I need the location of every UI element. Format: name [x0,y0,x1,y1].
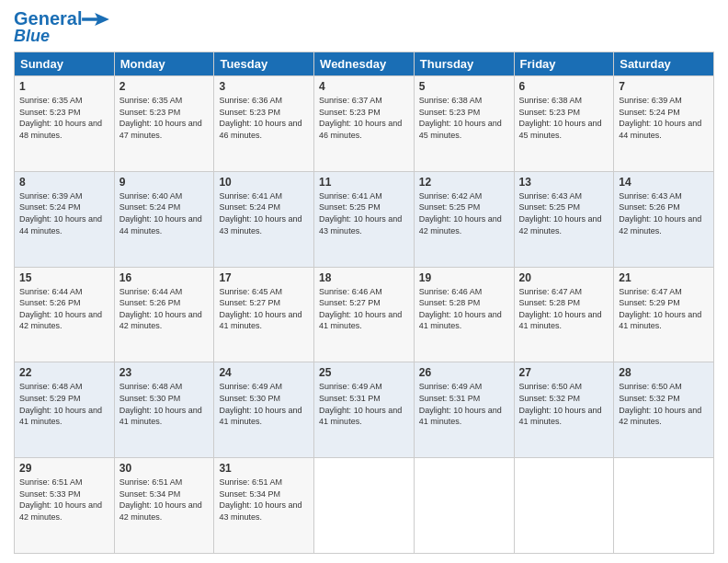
calendar-cell: 29Sunrise: 6:51 AMSunset: 5:33 PMDayligh… [15,458,115,554]
day-number: 27 [519,366,609,379]
calendar-cell: 11Sunrise: 6:41 AMSunset: 5:25 PMDayligh… [314,171,415,267]
calendar-cell: 15Sunrise: 6:44 AMSunset: 5:26 PMDayligh… [15,267,115,362]
week-row-2: 15Sunrise: 6:44 AMSunset: 5:26 PMDayligh… [15,267,714,362]
day-number: 19 [419,271,509,284]
day-info: Sunrise: 6:51 AMSunset: 5:34 PMDaylight:… [219,477,309,523]
day-number: 21 [619,271,709,284]
calendar-cell: 20Sunrise: 6:47 AMSunset: 5:28 PMDayligh… [514,267,614,362]
calendar-cell: 21Sunrise: 6:47 AMSunset: 5:29 PMDayligh… [614,267,714,362]
day-info: Sunrise: 6:42 AMSunset: 5:25 PMDaylight:… [419,190,509,236]
day-info: Sunrise: 6:43 AMSunset: 5:26 PMDaylight:… [619,190,709,236]
day-number: 13 [519,176,609,189]
day-number: 29 [19,462,109,475]
day-info: Sunrise: 6:47 AMSunset: 5:28 PMDaylight:… [519,286,609,332]
day-info: Sunrise: 6:45 AMSunset: 5:27 PMDaylight:… [219,286,309,332]
day-info: Sunrise: 6:36 AMSunset: 5:23 PMDaylight:… [219,95,309,141]
day-number: 12 [419,176,509,189]
calendar-cell: 3Sunrise: 6:36 AMSunset: 5:23 PMDaylight… [214,76,314,172]
svg-rect-1 [83,17,100,21]
day-number: 1 [19,80,109,93]
logo-blue: Blue [14,28,50,44]
logo: General Blue [14,9,109,44]
day-number: 30 [119,462,210,475]
calendar-cell [314,458,415,554]
calendar-cell: 2Sunrise: 6:35 AMSunset: 5:23 PMDaylight… [114,76,214,172]
logo-arrow-icon [82,13,109,26]
day-info: Sunrise: 6:39 AMSunset: 5:24 PMDaylight:… [619,95,709,141]
week-row-1: 8Sunrise: 6:39 AMSunset: 5:24 PMDaylight… [15,171,714,267]
day-info: Sunrise: 6:51 AMSunset: 5:33 PMDaylight:… [19,477,109,523]
week-row-4: 29Sunrise: 6:51 AMSunset: 5:33 PMDayligh… [15,458,714,554]
day-info: Sunrise: 6:46 AMSunset: 5:27 PMDaylight:… [319,286,409,332]
day-info: Sunrise: 6:48 AMSunset: 5:29 PMDaylight:… [19,381,109,427]
calendar-cell: 5Sunrise: 6:38 AMSunset: 5:23 PMDaylight… [414,76,514,172]
week-row-0: 1Sunrise: 6:35 AMSunset: 5:23 PMDaylight… [15,76,714,172]
day-number: 26 [419,366,509,379]
day-info: Sunrise: 6:43 AMSunset: 5:25 PMDaylight:… [519,190,609,236]
calendar-cell: 9Sunrise: 6:40 AMSunset: 5:24 PMDaylight… [114,171,214,267]
day-info: Sunrise: 6:51 AMSunset: 5:34 PMDaylight:… [119,477,210,523]
day-number: 15 [19,271,109,284]
calendar-cell [414,458,514,554]
weekday-saturday: Saturday [614,52,714,76]
day-info: Sunrise: 6:41 AMSunset: 5:25 PMDaylight:… [319,190,409,236]
day-number: 11 [319,176,409,189]
day-number: 10 [219,176,309,189]
calendar-cell: 1Sunrise: 6:35 AMSunset: 5:23 PMDaylight… [15,76,115,172]
day-info: Sunrise: 6:39 AMSunset: 5:24 PMDaylight:… [19,190,109,236]
day-number: 3 [219,80,309,93]
calendar-cell: 24Sunrise: 6:49 AMSunset: 5:30 PMDayligh… [214,362,314,458]
day-info: Sunrise: 6:48 AMSunset: 5:30 PMDaylight:… [119,381,210,427]
calendar-cell [614,458,714,554]
weekday-tuesday: Tuesday [214,52,314,76]
calendar-cell: 12Sunrise: 6:42 AMSunset: 5:25 PMDayligh… [414,171,514,267]
day-number: 17 [219,271,309,284]
calendar-cell: 4Sunrise: 6:37 AMSunset: 5:23 PMDaylight… [314,76,415,172]
day-number: 25 [319,366,409,379]
week-row-3: 22Sunrise: 6:48 AMSunset: 5:29 PMDayligh… [15,362,714,458]
calendar-cell: 19Sunrise: 6:46 AMSunset: 5:28 PMDayligh… [414,267,514,362]
day-number: 5 [419,80,509,93]
day-number: 4 [319,80,409,93]
day-info: Sunrise: 6:49 AMSunset: 5:31 PMDaylight:… [419,381,509,427]
day-info: Sunrise: 6:44 AMSunset: 5:26 PMDaylight:… [19,286,109,332]
calendar-cell: 10Sunrise: 6:41 AMSunset: 5:24 PMDayligh… [214,171,314,267]
calendar-cell: 31Sunrise: 6:51 AMSunset: 5:34 PMDayligh… [214,458,314,554]
weekday-wednesday: Wednesday [314,52,415,76]
day-info: Sunrise: 6:35 AMSunset: 5:23 PMDaylight:… [119,95,210,141]
calendar-cell: 13Sunrise: 6:43 AMSunset: 5:25 PMDayligh… [514,171,614,267]
day-number: 8 [19,176,109,189]
weekday-header-row: SundayMondayTuesdayWednesdayThursdayFrid… [15,52,714,76]
day-info: Sunrise: 6:50 AMSunset: 5:32 PMDaylight:… [519,381,609,427]
day-info: Sunrise: 6:50 AMSunset: 5:32 PMDaylight:… [619,381,709,427]
calendar-cell: 7Sunrise: 6:39 AMSunset: 5:24 PMDaylight… [614,76,714,172]
calendar-cell: 18Sunrise: 6:46 AMSunset: 5:27 PMDayligh… [314,267,415,362]
day-number: 31 [219,462,309,475]
logo-general: General [14,8,82,29]
weekday-friday: Friday [514,52,614,76]
day-info: Sunrise: 6:49 AMSunset: 5:30 PMDaylight:… [219,381,309,427]
page: General Blue SundayMondayTuesdayWednesda… [0,0,728,563]
weekday-thursday: Thursday [414,52,514,76]
calendar-table: SundayMondayTuesdayWednesdayThursdayFrid… [14,52,714,554]
calendar-cell: 14Sunrise: 6:43 AMSunset: 5:26 PMDayligh… [614,171,714,267]
day-info: Sunrise: 6:38 AMSunset: 5:23 PMDaylight:… [519,95,609,141]
calendar-cell: 6Sunrise: 6:38 AMSunset: 5:23 PMDaylight… [514,76,614,172]
weekday-monday: Monday [114,52,214,76]
day-number: 9 [119,176,210,189]
day-number: 22 [19,366,109,379]
day-info: Sunrise: 6:47 AMSunset: 5:29 PMDaylight:… [619,286,709,332]
day-info: Sunrise: 6:44 AMSunset: 5:26 PMDaylight:… [119,286,210,332]
day-number: 20 [519,271,609,284]
day-info: Sunrise: 6:46 AMSunset: 5:28 PMDaylight:… [419,286,509,332]
day-info: Sunrise: 6:37 AMSunset: 5:23 PMDaylight:… [319,95,409,141]
header: General Blue [14,9,714,44]
day-number: 14 [619,176,709,189]
day-info: Sunrise: 6:35 AMSunset: 5:23 PMDaylight:… [19,95,109,141]
calendar-cell: 17Sunrise: 6:45 AMSunset: 5:27 PMDayligh… [214,267,314,362]
day-number: 23 [119,366,210,379]
logo-text: General [14,9,82,28]
day-info: Sunrise: 6:38 AMSunset: 5:23 PMDaylight:… [419,95,509,141]
calendar-cell: 8Sunrise: 6:39 AMSunset: 5:24 PMDaylight… [15,171,115,267]
calendar-cell: 22Sunrise: 6:48 AMSunset: 5:29 PMDayligh… [15,362,115,458]
